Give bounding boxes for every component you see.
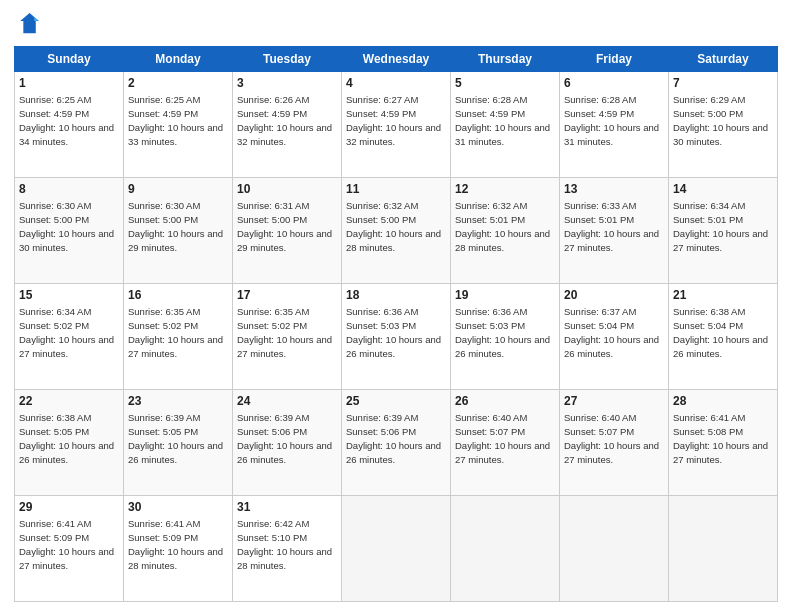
calendar-day-cell: 18 Sunrise: 6:36 AMSunset: 5:03 PMDaylig… xyxy=(342,284,451,390)
calendar-day-cell xyxy=(560,496,669,602)
calendar-day-cell: 22 Sunrise: 6:38 AMSunset: 5:05 PMDaylig… xyxy=(15,390,124,496)
calendar-week-row: 1 Sunrise: 6:25 AMSunset: 4:59 PMDayligh… xyxy=(15,72,778,178)
day-info: Sunrise: 6:40 AMSunset: 5:07 PMDaylight:… xyxy=(564,412,659,465)
calendar-day-cell: 31 Sunrise: 6:42 AMSunset: 5:10 PMDaylig… xyxy=(233,496,342,602)
day-info: Sunrise: 6:34 AMSunset: 5:02 PMDaylight:… xyxy=(19,306,114,359)
day-number: 16 xyxy=(128,287,228,304)
page: SundayMondayTuesdayWednesdayThursdayFrid… xyxy=(0,0,792,612)
calendar-day-cell: 17 Sunrise: 6:35 AMSunset: 5:02 PMDaylig… xyxy=(233,284,342,390)
calendar-day-cell: 16 Sunrise: 6:35 AMSunset: 5:02 PMDaylig… xyxy=(124,284,233,390)
calendar-day-cell: 7 Sunrise: 6:29 AMSunset: 5:00 PMDayligh… xyxy=(669,72,778,178)
calendar-day-cell: 25 Sunrise: 6:39 AMSunset: 5:06 PMDaylig… xyxy=(342,390,451,496)
day-number: 25 xyxy=(346,393,446,410)
day-number: 6 xyxy=(564,75,664,92)
day-info: Sunrise: 6:29 AMSunset: 5:00 PMDaylight:… xyxy=(673,94,768,147)
calendar-week-row: 15 Sunrise: 6:34 AMSunset: 5:02 PMDaylig… xyxy=(15,284,778,390)
day-number: 23 xyxy=(128,393,228,410)
calendar-day-cell: 19 Sunrise: 6:36 AMSunset: 5:03 PMDaylig… xyxy=(451,284,560,390)
calendar-table: SundayMondayTuesdayWednesdayThursdayFrid… xyxy=(14,46,778,602)
day-info: Sunrise: 6:38 AMSunset: 5:04 PMDaylight:… xyxy=(673,306,768,359)
day-number: 4 xyxy=(346,75,446,92)
day-info: Sunrise: 6:30 AMSunset: 5:00 PMDaylight:… xyxy=(128,200,223,253)
day-info: Sunrise: 6:28 AMSunset: 4:59 PMDaylight:… xyxy=(564,94,659,147)
day-number: 26 xyxy=(455,393,555,410)
calendar-day-cell: 14 Sunrise: 6:34 AMSunset: 5:01 PMDaylig… xyxy=(669,178,778,284)
day-info: Sunrise: 6:35 AMSunset: 5:02 PMDaylight:… xyxy=(237,306,332,359)
calendar-week-row: 29 Sunrise: 6:41 AMSunset: 5:09 PMDaylig… xyxy=(15,496,778,602)
day-number: 20 xyxy=(564,287,664,304)
calendar-day-cell: 6 Sunrise: 6:28 AMSunset: 4:59 PMDayligh… xyxy=(560,72,669,178)
day-number: 1 xyxy=(19,75,119,92)
weekday-header: Sunday xyxy=(15,47,124,72)
calendar-week-row: 8 Sunrise: 6:30 AMSunset: 5:00 PMDayligh… xyxy=(15,178,778,284)
day-number: 31 xyxy=(237,499,337,516)
day-info: Sunrise: 6:40 AMSunset: 5:07 PMDaylight:… xyxy=(455,412,550,465)
day-info: Sunrise: 6:28 AMSunset: 4:59 PMDaylight:… xyxy=(455,94,550,147)
day-info: Sunrise: 6:37 AMSunset: 5:04 PMDaylight:… xyxy=(564,306,659,359)
weekday-header: Saturday xyxy=(669,47,778,72)
day-number: 8 xyxy=(19,181,119,198)
day-number: 14 xyxy=(673,181,773,198)
calendar-day-cell: 2 Sunrise: 6:25 AMSunset: 4:59 PMDayligh… xyxy=(124,72,233,178)
calendar-day-cell: 30 Sunrise: 6:41 AMSunset: 5:09 PMDaylig… xyxy=(124,496,233,602)
day-info: Sunrise: 6:32 AMSunset: 5:01 PMDaylight:… xyxy=(455,200,550,253)
day-info: Sunrise: 6:27 AMSunset: 4:59 PMDaylight:… xyxy=(346,94,441,147)
day-info: Sunrise: 6:36 AMSunset: 5:03 PMDaylight:… xyxy=(455,306,550,359)
day-info: Sunrise: 6:41 AMSunset: 5:08 PMDaylight:… xyxy=(673,412,768,465)
day-info: Sunrise: 6:39 AMSunset: 5:06 PMDaylight:… xyxy=(237,412,332,465)
day-info: Sunrise: 6:39 AMSunset: 5:06 PMDaylight:… xyxy=(346,412,441,465)
weekday-header: Thursday xyxy=(451,47,560,72)
calendar-day-cell: 8 Sunrise: 6:30 AMSunset: 5:00 PMDayligh… xyxy=(15,178,124,284)
day-number: 7 xyxy=(673,75,773,92)
day-info: Sunrise: 6:33 AMSunset: 5:01 PMDaylight:… xyxy=(564,200,659,253)
calendar-day-cell: 10 Sunrise: 6:31 AMSunset: 5:00 PMDaylig… xyxy=(233,178,342,284)
day-info: Sunrise: 6:31 AMSunset: 5:00 PMDaylight:… xyxy=(237,200,332,253)
calendar-day-cell: 27 Sunrise: 6:40 AMSunset: 5:07 PMDaylig… xyxy=(560,390,669,496)
svg-marker-0 xyxy=(20,13,39,33)
day-number: 19 xyxy=(455,287,555,304)
calendar-day-cell: 20 Sunrise: 6:37 AMSunset: 5:04 PMDaylig… xyxy=(560,284,669,390)
day-number: 12 xyxy=(455,181,555,198)
calendar-day-cell: 9 Sunrise: 6:30 AMSunset: 5:00 PMDayligh… xyxy=(124,178,233,284)
logo-icon xyxy=(14,10,42,38)
day-number: 27 xyxy=(564,393,664,410)
calendar-day-cell xyxy=(669,496,778,602)
calendar-header-row: SundayMondayTuesdayWednesdayThursdayFrid… xyxy=(15,47,778,72)
logo xyxy=(14,10,46,38)
day-number: 30 xyxy=(128,499,228,516)
day-number: 5 xyxy=(455,75,555,92)
calendar-day-cell: 13 Sunrise: 6:33 AMSunset: 5:01 PMDaylig… xyxy=(560,178,669,284)
day-info: Sunrise: 6:41 AMSunset: 5:09 PMDaylight:… xyxy=(128,518,223,571)
day-number: 17 xyxy=(237,287,337,304)
weekday-header: Wednesday xyxy=(342,47,451,72)
day-number: 24 xyxy=(237,393,337,410)
calendar-day-cell: 4 Sunrise: 6:27 AMSunset: 4:59 PMDayligh… xyxy=(342,72,451,178)
day-number: 2 xyxy=(128,75,228,92)
day-info: Sunrise: 6:39 AMSunset: 5:05 PMDaylight:… xyxy=(128,412,223,465)
day-info: Sunrise: 6:42 AMSunset: 5:10 PMDaylight:… xyxy=(237,518,332,571)
day-info: Sunrise: 6:41 AMSunset: 5:09 PMDaylight:… xyxy=(19,518,114,571)
day-number: 29 xyxy=(19,499,119,516)
day-info: Sunrise: 6:25 AMSunset: 4:59 PMDaylight:… xyxy=(128,94,223,147)
calendar-day-cell xyxy=(451,496,560,602)
day-info: Sunrise: 6:25 AMSunset: 4:59 PMDaylight:… xyxy=(19,94,114,147)
calendar-day-cell: 15 Sunrise: 6:34 AMSunset: 5:02 PMDaylig… xyxy=(15,284,124,390)
calendar-day-cell: 12 Sunrise: 6:32 AMSunset: 5:01 PMDaylig… xyxy=(451,178,560,284)
day-number: 28 xyxy=(673,393,773,410)
header xyxy=(14,10,778,38)
day-number: 21 xyxy=(673,287,773,304)
calendar-week-row: 22 Sunrise: 6:38 AMSunset: 5:05 PMDaylig… xyxy=(15,390,778,496)
day-number: 9 xyxy=(128,181,228,198)
calendar-day-cell: 5 Sunrise: 6:28 AMSunset: 4:59 PMDayligh… xyxy=(451,72,560,178)
day-number: 10 xyxy=(237,181,337,198)
day-number: 11 xyxy=(346,181,446,198)
calendar-day-cell: 11 Sunrise: 6:32 AMSunset: 5:00 PMDaylig… xyxy=(342,178,451,284)
day-number: 22 xyxy=(19,393,119,410)
calendar-day-cell: 24 Sunrise: 6:39 AMSunset: 5:06 PMDaylig… xyxy=(233,390,342,496)
day-info: Sunrise: 6:26 AMSunset: 4:59 PMDaylight:… xyxy=(237,94,332,147)
calendar-day-cell: 1 Sunrise: 6:25 AMSunset: 4:59 PMDayligh… xyxy=(15,72,124,178)
calendar-day-cell: 21 Sunrise: 6:38 AMSunset: 5:04 PMDaylig… xyxy=(669,284,778,390)
calendar-day-cell xyxy=(342,496,451,602)
weekday-header: Tuesday xyxy=(233,47,342,72)
day-number: 18 xyxy=(346,287,446,304)
